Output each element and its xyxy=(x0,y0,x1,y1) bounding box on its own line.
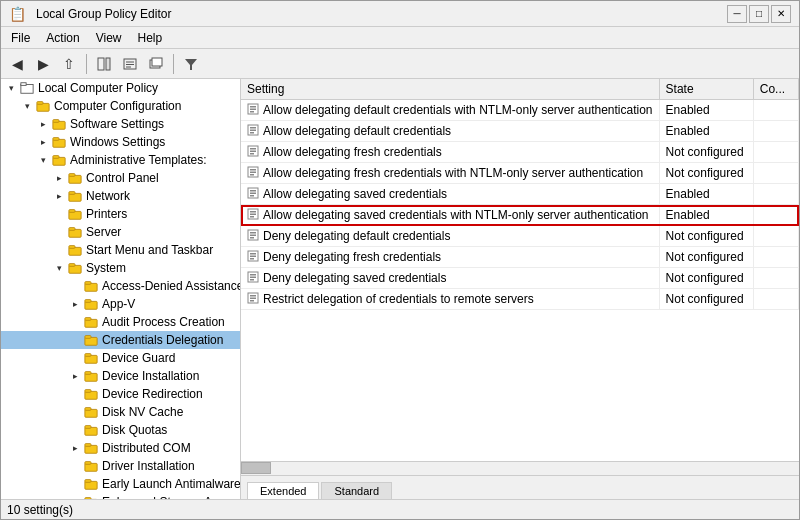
svg-rect-70 xyxy=(250,148,256,150)
svg-rect-86 xyxy=(250,232,256,234)
tree-item-credentials-delegation[interactable]: Credentials Delegation xyxy=(1,331,240,349)
filter-button[interactable] xyxy=(179,52,203,76)
setting-state-cell: Not configured xyxy=(659,247,753,268)
up-button[interactable]: ⇧ xyxy=(57,52,81,76)
tree-item-driver-installation[interactable]: Driver Installation xyxy=(1,457,240,475)
title-bar: 📋 Local Group Policy Editor ─ □ ✕ xyxy=(1,1,799,27)
folder-icon-local-computer-policy xyxy=(19,80,35,96)
minimize-button[interactable]: ─ xyxy=(727,5,747,23)
expand-icon-credentials-delegation[interactable] xyxy=(67,332,83,348)
expand-icon-driver-installation[interactable] xyxy=(67,458,83,474)
svg-rect-1 xyxy=(106,58,110,70)
tree-label-early-launch: Early Launch Antimalware xyxy=(102,477,241,491)
tree-item-software-settings[interactable]: ▸Software Settings xyxy=(1,115,240,133)
expand-icon-system[interactable]: ▾ xyxy=(51,260,67,276)
tree-item-device-installation[interactable]: ▸Device Installation xyxy=(1,367,240,385)
tree-item-device-redirection[interactable]: Device Redirection xyxy=(1,385,240,403)
setting-state-cell: Not configured xyxy=(659,142,753,163)
svg-rect-50 xyxy=(85,444,91,447)
expand-icon-server[interactable] xyxy=(51,224,67,240)
tree-item-early-launch[interactable]: Early Launch Antimalware xyxy=(1,475,240,493)
expand-icon-computer-configuration[interactable]: ▾ xyxy=(19,98,35,114)
status-bar: 10 setting(s) xyxy=(1,499,799,519)
table-row[interactable]: Allow delegating saved credentialsEnable… xyxy=(241,184,799,205)
tree-item-printers[interactable]: Printers xyxy=(1,205,240,223)
tree-item-start-menu[interactable]: Start Menu and Taskbar xyxy=(1,241,240,259)
tree-item-administrative-templates[interactable]: ▾Administrative Templates: xyxy=(1,151,240,169)
properties-button[interactable] xyxy=(118,52,142,76)
expand-icon-disk-quotas[interactable] xyxy=(67,422,83,438)
svg-rect-7 xyxy=(152,58,162,66)
svg-rect-100 xyxy=(250,300,254,302)
expand-icon-early-launch[interactable] xyxy=(67,476,83,492)
expand-icon-device-redirection[interactable] xyxy=(67,386,83,402)
menu-action[interactable]: Action xyxy=(40,29,85,47)
tree-item-network[interactable]: ▸Network xyxy=(1,187,240,205)
table-row[interactable]: Deny delegating saved credentialsNot con… xyxy=(241,268,799,289)
expand-icon-printers[interactable] xyxy=(51,206,67,222)
tree-label-system: System xyxy=(86,261,126,275)
tab-standard[interactable]: Standard xyxy=(321,482,392,499)
tree-item-system[interactable]: ▾System xyxy=(1,259,240,277)
expand-icon-distributed-com[interactable]: ▸ xyxy=(67,440,83,456)
main-area: ▾Local Computer Policy▾Computer Configur… xyxy=(1,79,799,499)
table-row[interactable]: Allow delegating default credentials wit… xyxy=(241,100,799,121)
setting-name-text: Deny delegating saved credentials xyxy=(263,271,446,285)
tree-label-audit-process: Audit Process Creation xyxy=(102,315,225,329)
tree-item-disk-quotas[interactable]: Disk Quotas xyxy=(1,421,240,439)
expand-icon-audit-process[interactable] xyxy=(67,314,83,330)
tree-item-access-denied[interactable]: Access-Denied Assistance xyxy=(1,277,240,295)
expand-icon-app-v[interactable]: ▸ xyxy=(67,296,83,312)
svg-rect-76 xyxy=(250,174,254,176)
expand-icon-network[interactable]: ▸ xyxy=(51,188,67,204)
tree-item-computer-configuration[interactable]: ▾Computer Configuration xyxy=(1,97,240,115)
expand-icon-windows-settings[interactable]: ▸ xyxy=(35,134,51,150)
svg-rect-54 xyxy=(85,480,91,483)
setting-comment-cell xyxy=(753,268,798,289)
tree-item-disk-nv-cache[interactable]: Disk NV Cache xyxy=(1,403,240,421)
svg-rect-98 xyxy=(250,295,256,297)
tree-item-windows-settings[interactable]: ▸Windows Settings xyxy=(1,133,240,151)
menu-view[interactable]: View xyxy=(90,29,128,47)
new-window-button[interactable] xyxy=(144,52,168,76)
table-row[interactable]: Restrict delegation of credentials to re… xyxy=(241,289,799,310)
expand-icon-disk-nv-cache[interactable] xyxy=(67,404,83,420)
expand-icon-access-denied[interactable] xyxy=(67,278,83,294)
expand-icon-software-settings[interactable]: ▸ xyxy=(35,116,51,132)
close-button[interactable]: ✕ xyxy=(771,5,791,23)
svg-rect-18 xyxy=(53,156,59,159)
maximize-button[interactable]: □ xyxy=(749,5,769,23)
table-row[interactable]: Deny delegating default credentialsNot c… xyxy=(241,226,799,247)
setting-state-cell: Enabled xyxy=(659,121,753,142)
show-hide-button[interactable] xyxy=(92,52,116,76)
expand-icon-administrative-templates[interactable]: ▾ xyxy=(35,152,51,168)
table-row[interactable]: Allow delegating saved credentials with … xyxy=(241,205,799,226)
expand-icon-control-panel[interactable]: ▸ xyxy=(51,170,67,186)
tree-item-local-computer-policy[interactable]: ▾Local Computer Policy xyxy=(1,79,240,97)
policy-icon xyxy=(247,187,259,201)
tree-item-distributed-com[interactable]: ▸Distributed COM xyxy=(1,439,240,457)
expand-icon-device-installation[interactable]: ▸ xyxy=(67,368,83,384)
tree-item-app-v[interactable]: ▸App-V xyxy=(1,295,240,313)
table-row[interactable]: Allow delegating fresh credentials with … xyxy=(241,163,799,184)
expand-icon-local-computer-policy[interactable]: ▾ xyxy=(3,80,19,96)
menu-file[interactable]: File xyxy=(5,29,36,47)
setting-name-text: Allow delegating fresh credentials with … xyxy=(263,166,643,180)
expand-icon-device-guard[interactable] xyxy=(67,350,83,366)
forward-button[interactable]: ▶ xyxy=(31,52,55,76)
policy-icon xyxy=(247,166,259,180)
tab-extended[interactable]: Extended xyxy=(247,482,319,499)
svg-rect-14 xyxy=(53,120,59,123)
expand-icon-start-menu[interactable] xyxy=(51,242,67,258)
table-row[interactable]: Allow delegating default credentialsEnab… xyxy=(241,121,799,142)
table-row[interactable]: Deny delegating fresh credentialsNot con… xyxy=(241,247,799,268)
menu-help[interactable]: Help xyxy=(132,29,169,47)
horizontal-scroll[interactable] xyxy=(241,461,799,475)
tree-item-device-guard[interactable]: Device Guard xyxy=(1,349,240,367)
tree-item-control-panel[interactable]: ▸Control Panel xyxy=(1,169,240,187)
table-row[interactable]: Allow delegating fresh credentialsNot co… xyxy=(241,142,799,163)
tree-item-server[interactable]: Server xyxy=(1,223,240,241)
back-button[interactable]: ◀ xyxy=(5,52,29,76)
tree-item-audit-process[interactable]: Audit Process Creation xyxy=(1,313,240,331)
folder-icon-driver-installation xyxy=(83,458,99,474)
